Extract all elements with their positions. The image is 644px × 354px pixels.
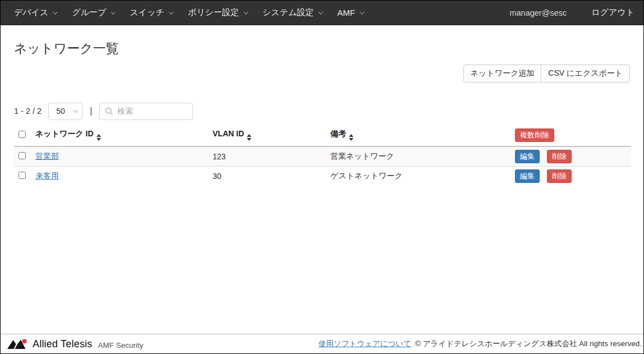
table-header-row: ネットワーク ID VLAN ID 備考 複数削除 (14, 126, 631, 146)
nav-item-system-settings[interactable]: システム設定 (255, 1, 329, 25)
select-all-checkbox[interactable] (19, 131, 26, 138)
footer-brand: Allied Telesis AMF Security (7, 338, 144, 350)
app-window: デバイス グループ スイッチ ポリシー設定 システム設定 AMF (0, 0, 644, 354)
nav-item-switches[interactable]: スイッチ (122, 1, 180, 25)
nav-item-label: スイッチ (130, 7, 164, 18)
top-navbar: デバイス グループ スイッチ ポリシー設定 システム設定 AMF (1, 1, 643, 25)
allied-telesis-logo-icon (7, 338, 29, 350)
note-cell: ゲストネットワーク (326, 167, 510, 186)
toolbar: ネットワーク追加 CSV にエクスポート (14, 65, 630, 82)
nav-item-devices[interactable]: デバイス (6, 1, 64, 25)
controls-separator: | (90, 106, 92, 116)
row-checkbox[interactable] (19, 172, 26, 179)
chevron-down-icon (53, 10, 58, 14)
sort-icon (96, 134, 101, 141)
chevron-down-icon (169, 10, 173, 14)
column-header-label: VLAN ID (213, 129, 244, 138)
network-id-link[interactable]: 来客用 (35, 171, 59, 180)
footer: Allied Telesis AMF Security 使用ソフトウェアについて… (1, 334, 643, 353)
search-box (99, 103, 193, 120)
table-row: 営業部 123 営業ネットワーク 編集 削除 (14, 146, 631, 167)
chevron-down-icon (243, 10, 248, 14)
search-icon (105, 107, 113, 116)
nav-item-label: AMF (337, 8, 355, 17)
nav-item-policy-settings[interactable]: ポリシー設定 (180, 1, 255, 25)
pagination-range: 1 - 2 / 2 (14, 107, 42, 116)
nav-item-label: デバイス (14, 7, 48, 18)
toolbar-button-group: ネットワーク追加 CSV にエクスポート (463, 65, 630, 82)
list-controls: 1 - 2 / 2 50 | (14, 103, 630, 120)
edit-button[interactable]: 編集 (515, 169, 540, 183)
nav-item-amf[interactable]: AMF (329, 1, 371, 25)
edit-button[interactable]: 編集 (515, 150, 540, 163)
sort-icon (349, 134, 353, 141)
add-network-button[interactable]: ネットワーク追加 (463, 65, 542, 82)
network-table: ネットワーク ID VLAN ID 備考 複数削除 営業部 (14, 126, 631, 186)
column-header-label: ネットワーク ID (35, 129, 94, 138)
chevron-down-icon (360, 10, 364, 14)
nav-menu: デバイス グループ スイッチ ポリシー設定 システム設定 AMF (1, 1, 371, 25)
column-header-note[interactable]: 備考 (326, 126, 510, 146)
nav-right: manager@sesc ログアウト (509, 7, 643, 18)
table-row: 来客用 30 ゲストネットワーク 編集 削除 (14, 167, 631, 186)
nav-item-label: システム設定 (263, 7, 314, 18)
nav-item-label: グループ (72, 7, 106, 18)
column-header-vlan-id[interactable]: VLAN ID (208, 126, 326, 146)
page-size-value: 50 (56, 107, 65, 116)
logout-button[interactable]: ログアウト (591, 7, 634, 18)
note-cell: 営業ネットワーク (326, 146, 510, 167)
chevron-down-icon (319, 10, 323, 14)
column-header-network-id[interactable]: ネットワーク ID (31, 126, 208, 146)
network-id-link[interactable]: 営業部 (35, 151, 59, 160)
brand-name: Allied Telesis (33, 338, 93, 350)
footer-legal: 使用ソフトウェアについて © アライドテレシスホールディングス株式会社 All … (319, 339, 642, 349)
main-content: ネットワーク一覧 ネットワーク追加 CSV にエクスポート 1 - 2 / 2 … (1, 25, 643, 334)
sort-icon (247, 134, 251, 141)
product-name: AMF Security (98, 339, 144, 350)
row-checkbox[interactable] (19, 152, 26, 159)
nav-item-label: ポリシー設定 (188, 7, 239, 18)
user-account-label: manager@sesc (509, 8, 567, 17)
nav-item-groups[interactable]: グループ (64, 1, 122, 25)
column-header-label: 備考 (330, 129, 346, 138)
chevron-down-icon (111, 10, 116, 14)
software-info-link[interactable]: 使用ソフトウェアについて (319, 339, 411, 349)
delete-button[interactable]: 削除 (547, 169, 572, 183)
page-size-select[interactable]: 50 (48, 103, 82, 120)
vlan-id-cell: 123 (208, 146, 326, 167)
delete-button[interactable]: 削除 (547, 150, 572, 163)
export-csv-button[interactable]: CSV にエクスポート (541, 65, 630, 82)
search-input[interactable] (99, 103, 193, 120)
page-title: ネットワーク一覧 (14, 40, 643, 57)
bulk-delete-button[interactable]: 複数削除 (515, 128, 554, 142)
copyright-text: © アライドテレシスホールディングス株式会社 All rights reserv… (415, 339, 642, 349)
vlan-id-cell: 30 (208, 167, 326, 186)
chevron-down-icon (73, 108, 77, 113)
